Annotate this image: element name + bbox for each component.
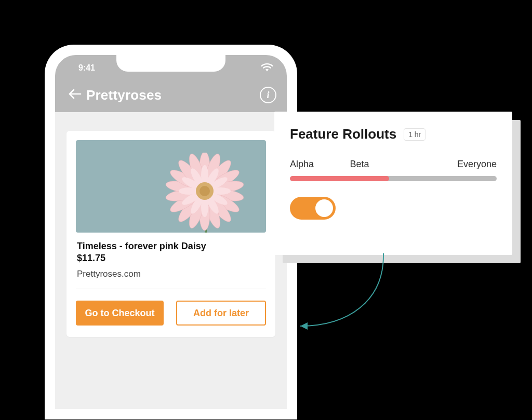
product-name: Timeless - forever pink Daisy: [77, 241, 265, 252]
svg-marker-34: [300, 322, 308, 330]
popover-header: Feature Rollouts 1 hr: [290, 126, 497, 142]
product-card: Timeless - forever pink Daisy $11.75 Pre…: [66, 131, 275, 337]
phone-screen: 9:41: [55, 55, 287, 409]
wifi-icon: [261, 62, 273, 74]
stage-beta-label: Beta: [350, 159, 457, 170]
checkout-button[interactable]: Go to Checkout: [76, 301, 164, 326]
flower-icon: [163, 153, 246, 233]
arrow-left-icon: [68, 89, 82, 101]
popover-time-badge: 1 hr: [404, 128, 425, 141]
feature-toggle[interactable]: [290, 197, 336, 220]
info-icon: i: [267, 90, 269, 100]
product-image: [76, 140, 266, 233]
feature-rollouts-popover: Feature Rollouts 1 hr Alpha Beta Everyon…: [274, 112, 512, 255]
app-title: Prettyroses: [86, 87, 260, 103]
svg-point-33: [200, 186, 210, 196]
title-bar: Prettyroses i: [55, 81, 287, 112]
stage-everyone-label: Everyone: [457, 159, 497, 170]
product-actions: Go to Checkout Add for later: [76, 301, 266, 326]
phone-notch: [116, 55, 225, 72]
rollout-progress-fill: [290, 176, 389, 181]
product-info: Timeless - forever pink Daisy $11.75 Pre…: [76, 233, 266, 289]
add-for-later-button[interactable]: Add for later: [176, 301, 266, 326]
popover-title: Feature Rollouts: [290, 126, 396, 142]
product-domain: Prettyroses.com: [77, 269, 265, 279]
phone-frame: 9:41: [45, 45, 297, 419]
info-button[interactable]: i: [260, 87, 276, 103]
rollout-progress-bar[interactable]: [290, 176, 497, 181]
status-wifi: [237, 62, 273, 74]
rollout-stage-labels: Alpha Beta Everyone: [290, 159, 497, 170]
status-time: 9:41: [69, 63, 105, 73]
back-button[interactable]: [65, 86, 84, 104]
product-price: $11.75: [77, 253, 265, 264]
stage-alpha-label: Alpha: [290, 159, 350, 170]
toggle-knob: [315, 199, 333, 217]
